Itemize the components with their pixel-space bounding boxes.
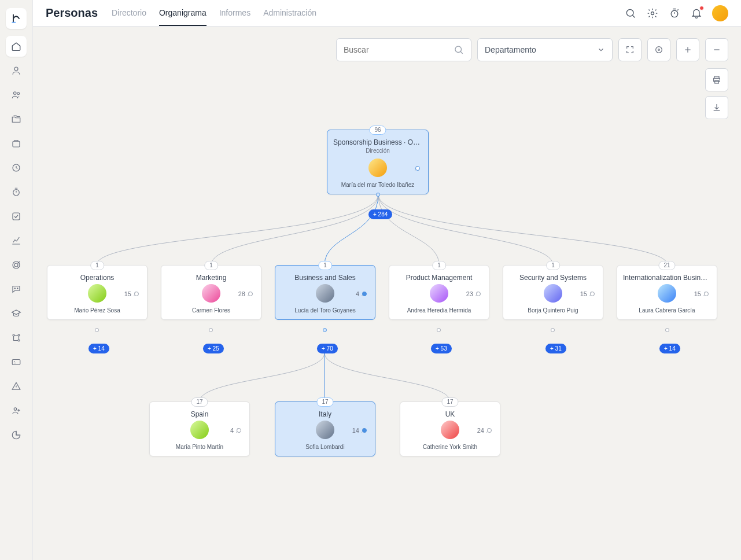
department-select[interactable]: Departamento — [477, 38, 613, 61]
orgchart-canvas[interactable]: 96 Sponsorship Business · Operati... Dir… — [33, 61, 741, 560]
node-owner: Catherine York Smith — [400, 441, 500, 456]
svg-point-21 — [658, 49, 660, 51]
node-avatar — [316, 421, 334, 439]
settings-icon[interactable] — [646, 7, 659, 20]
sidebar-clock[interactable] — [6, 157, 27, 178]
bell-icon[interactable] — [690, 7, 703, 20]
user-avatar[interactable] — [712, 5, 728, 21]
node-badge: 96 — [369, 126, 386, 135]
sidebar-pie[interactable] — [6, 425, 27, 445]
svg-point-9 — [14, 288, 16, 289]
org-node-product[interactable]: 1 Product Management 23 Andrea Heredia H… — [389, 265, 489, 320]
sidebar-flow[interactable] — [6, 327, 27, 348]
expand-pill[interactable]: + 70 — [317, 344, 338, 353]
node-avatar — [202, 284, 220, 303]
svg-rect-14 — [12, 360, 20, 365]
org-node-spain[interactable]: 17 Spain 4 María Pinto Martín — [149, 401, 250, 456]
sidebar-adduser[interactable] — [6, 400, 27, 421]
node-avatar — [368, 159, 387, 177]
sidebar-check[interactable] — [6, 206, 27, 227]
node-owner: Lucía del Toro Goyanes — [275, 305, 375, 319]
node-owner: Mario Pérez Sosa — [47, 305, 147, 319]
tab-informes[interactable]: Informes — [219, 0, 250, 26]
sidebar-people[interactable] — [6, 84, 27, 105]
sidebar-box[interactable] — [6, 133, 27, 154]
sidebar-chart[interactable] — [6, 230, 27, 251]
tab-organigrama[interactable]: Organigrama — [159, 0, 207, 26]
sidebar-home[interactable] — [6, 36, 27, 57]
svg-point-11 — [13, 334, 14, 336]
svg-point-12 — [18, 334, 20, 336]
tabs: Directorio Organigrama Informes Administ… — [112, 0, 316, 26]
connector-dot — [665, 328, 669, 332]
sidebar-feedback[interactable] — [6, 279, 27, 300]
org-node-uk[interactable]: 17 UK 24 Catherine York Smith — [400, 401, 500, 456]
svg-point-15 — [14, 408, 17, 411]
org-node-security[interactable]: 1 Security and Systems 15 Borja Quintero… — [503, 265, 603, 320]
svg-point-19 — [455, 46, 462, 53]
recenter-button[interactable] — [647, 38, 670, 61]
expand-pill[interactable]: + 14 — [89, 344, 109, 353]
org-node-italy[interactable]: 17 Italy 14 Sofia Lombardi — [275, 401, 375, 456]
svg-point-2 — [17, 93, 20, 95]
node-owner: María del mar Toledo Ibañez — [327, 179, 428, 194]
topbar: Personas Directorio Organigrama Informes… — [33, 0, 741, 27]
sidebar-target[interactable] — [6, 255, 27, 275]
org-node-business-sales[interactable]: 1 Business and Sales 4 Lucía del Toro Go… — [275, 265, 375, 320]
node-badge: 1 — [204, 261, 218, 270]
toolbar: Departamento — [33, 27, 741, 61]
svg-point-8 — [14, 263, 18, 267]
connector-dot — [209, 328, 213, 332]
expand-pill-root[interactable]: + 284 — [368, 209, 392, 219]
sidebar-user[interactable] — [6, 60, 27, 81]
node-avatar — [544, 284, 562, 303]
page-title: Personas — [46, 6, 98, 20]
svg-point-1 — [14, 92, 17, 95]
svg-point-20 — [656, 47, 662, 53]
node-badge: 1 — [318, 261, 332, 270]
tab-directorio[interactable]: Directorio — [112, 0, 146, 26]
node-badge: 17 — [441, 397, 458, 407]
zoom-in-button[interactable] — [676, 38, 699, 61]
connector-dot — [323, 328, 327, 332]
node-avatar — [316, 284, 334, 303]
org-node-marketing[interactable]: 1 Marketing 28 Carmen Flores — [161, 265, 261, 320]
node-owner: Sofia Lombardi — [275, 441, 375, 456]
node-badge: 1 — [90, 261, 104, 270]
node-avatar — [658, 284, 676, 303]
connector-dot — [551, 328, 555, 332]
expand-pill[interactable]: + 25 — [203, 344, 224, 353]
sidebar-card[interactable] — [6, 352, 27, 373]
fullscreen-button[interactable] — [618, 38, 642, 61]
expand-pill[interactable]: + 31 — [545, 344, 566, 353]
search-field[interactable] — [344, 45, 449, 54]
expand-pill[interactable]: + 53 — [431, 344, 452, 353]
sidebar-academy[interactable] — [6, 303, 27, 324]
connector-dot — [437, 328, 441, 332]
sidebar-timer[interactable] — [6, 182, 27, 202]
magnifier-icon — [454, 45, 464, 55]
sidebar-folders[interactable] — [6, 109, 27, 130]
app-logo[interactable] — [6, 8, 27, 29]
node-avatar — [430, 284, 448, 303]
search-input[interactable] — [336, 38, 471, 61]
org-node-intl[interactable]: 21 Internationalization Business St... 1… — [617, 265, 717, 320]
zoom-out-button[interactable] — [705, 38, 728, 61]
svg-rect-6 — [13, 213, 20, 220]
sidebar-alert[interactable] — [6, 376, 27, 397]
node-owner: Borja Quintero Puig — [503, 305, 603, 319]
search-icon[interactable] — [624, 7, 637, 20]
org-node-operations[interactable]: 1 Operations 15 Mario Pérez Sosa — [47, 265, 148, 320]
tab-administracion[interactable]: Administración — [263, 0, 316, 26]
svg-point-0 — [14, 67, 18, 71]
svg-rect-3 — [13, 141, 20, 147]
org-node-root[interactable]: 96 Sponsorship Business · Operati... Dir… — [327, 130, 429, 194]
stopwatch-icon[interactable] — [668, 7, 681, 20]
node-badge: 1 — [546, 261, 560, 270]
svg-point-10 — [17, 288, 19, 289]
node-badge: 21 — [658, 261, 675, 270]
sidebar — [0, 0, 32, 560]
node-avatar — [88, 284, 106, 303]
notification-dot — [699, 6, 704, 10]
expand-pill[interactable]: + 14 — [659, 344, 680, 353]
